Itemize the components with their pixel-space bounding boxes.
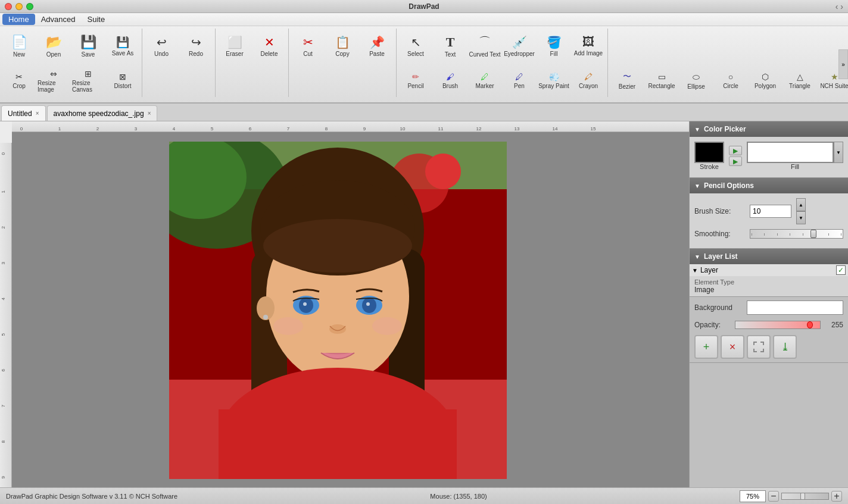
tab-untitled-label: Untitled — [8, 109, 32, 118]
menu-advanced[interactable]: Advanced — [35, 14, 82, 25]
triangle-button[interactable]: △ Triangle — [783, 64, 816, 97]
zoom-up-button[interactable]: + — [831, 491, 842, 502]
crayon-button[interactable]: 🖍 Crayon — [572, 64, 605, 97]
menu-suite[interactable]: Suite — [82, 14, 111, 25]
ruler-mark-3: 3 — [135, 126, 137, 132]
close-button[interactable] — [5, 3, 12, 10]
copy-layer-button[interactable] — [747, 335, 771, 359]
text-label: Text — [445, 51, 456, 58]
svg-point-24 — [263, 315, 268, 320]
layer-list-header[interactable]: ▼ Layer List — [690, 249, 848, 264]
brush-size-up-button[interactable]: ▲ — [796, 198, 806, 211]
text-button[interactable]: T Text — [434, 29, 467, 63]
opacity-thumb[interactable] — [807, 321, 813, 328]
new-button[interactable]: 📄 New — [2, 29, 36, 63]
tab-untitled-close[interactable]: × — [36, 110, 39, 117]
crayon-icon: 🖍 — [584, 72, 593, 82]
canvas-image[interactable] — [169, 142, 507, 479]
marker-button[interactable]: 🖊 Marker — [468, 64, 501, 97]
polygon-button[interactable]: ⬡ Polygon — [749, 64, 782, 97]
forward-button[interactable]: › — [840, 2, 843, 11]
copy-button[interactable]: 📋 Copy — [326, 29, 359, 63]
slider-tick — [841, 233, 841, 236]
rectangle-button[interactable]: ▭ Rectangle — [645, 64, 678, 97]
resize-image-icon: ⇔ — [50, 69, 57, 79]
open-button[interactable]: 📂 Open — [37, 29, 70, 63]
pencil-options-content: Brush Size: ▲ ▼ Smoothing: — [690, 193, 848, 248]
pencil-button[interactable]: ✏ Pencil — [399, 64, 432, 97]
pencil-options-header[interactable]: ▼ Pencil Options — [690, 178, 848, 193]
zoom-input[interactable] — [740, 490, 766, 502]
resize-canvas-button[interactable]: ⊞ Resize Canvas — [71, 64, 105, 97]
curved-text-button[interactable]: ⌒ Curved Text — [468, 29, 501, 63]
brush-size-label: Brush Size: — [694, 207, 745, 215]
tab-untitled[interactable]: Untitled × — [1, 105, 46, 121]
add-image-button[interactable]: 🖼 Add Image — [572, 29, 605, 63]
zoom-controls: − + — [740, 490, 842, 502]
color-picker-collapse-icon: ▼ — [694, 126, 700, 133]
smoothing-slider[interactable] — [750, 229, 843, 239]
resize-image-button[interactable]: ⇔ Resize Image — [37, 64, 70, 97]
add-layer-button[interactable]: + — [694, 335, 718, 359]
tab-avaxhome-close[interactable]: × — [148, 110, 151, 117]
back-button[interactable]: ‹ — [835, 2, 838, 11]
brush-button[interactable]: 🖌 Brush — [434, 64, 467, 97]
minimize-button[interactable] — [15, 3, 23, 10]
text-icon: T — [446, 35, 455, 50]
stroke-color-swatch[interactable] — [694, 142, 724, 163]
remove-layer-icon: × — [729, 341, 736, 353]
opacity-slider[interactable] — [735, 321, 821, 329]
brush-size-input[interactable] — [750, 205, 791, 218]
layer-list-content: ▼ Layer ✓ Element Type Image — [690, 264, 848, 296]
select-button[interactable]: ↖ Select — [399, 29, 432, 63]
tab-avaxhome[interactable]: avaxhome speedzodiac_.jpg × — [47, 105, 158, 121]
color-picker-header[interactable]: ▼ Color Picker — [690, 121, 848, 137]
circle-button[interactable]: ○ Circle — [714, 64, 747, 97]
delete-button[interactable]: ✕ Delete — [252, 29, 286, 63]
undo-button[interactable]: ↩ Undo — [145, 29, 178, 63]
layer-expand-icon[interactable]: ▼ — [692, 267, 698, 274]
pen-button[interactable]: 🖊 Pen — [503, 64, 536, 97]
crop-button[interactable]: ✂ Crop — [2, 64, 36, 97]
ellipse-button[interactable]: ⬭ Ellipse — [679, 64, 713, 97]
fill-color-swatch[interactable] — [747, 142, 834, 163]
spray-button[interactable]: 💨 Spray Paint — [537, 64, 570, 97]
color-swap-up-button[interactable]: ▶ — [729, 146, 742, 155]
cut-button[interactable]: ✂ Cut — [291, 29, 325, 63]
smoothing-thumb[interactable] — [810, 230, 816, 238]
layer-visibility-checkbox[interactable]: ✓ — [836, 265, 846, 275]
save-as-button[interactable]: 💾 Save As — [106, 29, 139, 63]
background-color-swatch[interactable] — [747, 300, 843, 315]
redo-button[interactable]: ↪ Redo — [179, 29, 213, 63]
color-swap-down-button[interactable]: ▶ — [729, 156, 742, 166]
menu-home[interactable]: Home — [2, 14, 35, 25]
canvas-wrapper[interactable] — [12, 132, 689, 487]
paste-button[interactable]: 📌 Paste — [360, 29, 394, 63]
status-bar: DrawPad Graphic Design Software v 3.11 ©… — [0, 487, 848, 504]
save-button[interactable]: 💾 Save — [71, 29, 105, 63]
fill-button[interactable]: 🪣 Fill — [537, 29, 570, 63]
zoom-down-button[interactable]: − — [768, 491, 779, 502]
slider-tick — [777, 233, 778, 236]
distort-button[interactable]: ⊠ Distort — [106, 64, 139, 97]
copy-layer-icon — [753, 342, 764, 352]
ruler-mark-4: 4 — [173, 126, 175, 132]
rectangle-label: Rectangle — [648, 83, 675, 89]
remove-layer-button[interactable]: × — [721, 335, 744, 359]
zoom-thumb[interactable] — [800, 493, 805, 500]
eyedropper-button[interactable]: 💉 Eyedropper — [503, 29, 536, 63]
triangle-label: Triangle — [789, 83, 810, 89]
fill-dropdown-button[interactable]: ▼ — [834, 142, 843, 163]
brush-size-down-button[interactable]: ▼ — [796, 211, 806, 224]
resize-canvas-label: Resize Canvas — [72, 80, 104, 93]
eraser-button[interactable]: ⬜ Eraser — [218, 29, 251, 63]
brush-size-row: Brush Size: ▲ ▼ — [694, 198, 843, 224]
save-label: Save — [82, 51, 95, 58]
move-layer-button[interactable]: ⤓ — [773, 335, 797, 359]
toolbar-expand-button[interactable]: » — [838, 49, 848, 79]
bezier-button[interactable]: 〜 Bezier — [610, 64, 644, 97]
cut-icon: ✂ — [303, 35, 313, 49]
maximize-button[interactable] — [26, 3, 33, 10]
svg-point-6 — [425, 154, 461, 189]
zoom-slider[interactable] — [781, 493, 829, 500]
